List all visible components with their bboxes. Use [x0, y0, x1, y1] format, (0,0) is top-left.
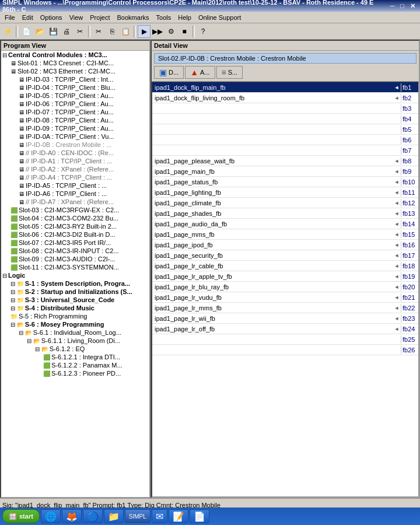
- tree-item[interactable]: ⊟ 📂 S-6.1.2 : EQ: [1, 345, 149, 353]
- tree-item[interactable]: 🟩 Slot-09 : C2I-MC3-AUDIO : C2I-...: [1, 255, 149, 263]
- toolbar-btn-stop[interactable]: ■: [178, 25, 191, 38]
- signal-row[interactable]: ipad1_page_lighting_fb◄fb11: [152, 187, 418, 198]
- signal-row[interactable]: ipad1_page_security_fb◄fb17: [152, 250, 418, 261]
- tree-item[interactable]: ⊟ 📂 S-6.1.1 : Living_Room (Di...: [1, 337, 149, 345]
- toolbar-btn-open[interactable]: 📂: [33, 25, 46, 38]
- tree-item[interactable]: 🖥 IP-ID-05 : TCP/IP_Client : Au...: [1, 92, 149, 100]
- tree-item[interactable]: ⊟ 📁 S-3 : Universal_Source_Code: [1, 296, 149, 304]
- tree-item[interactable]: 🖥 IP-ID-03 : TCP/IP_Client : Int...: [1, 75, 149, 83]
- toolbar-btn-run[interactable]: ⚙: [164, 25, 177, 38]
- signal-row[interactable]: fb6: [152, 135, 418, 145]
- tree-item[interactable]: 🟩 Slot-06 : C2I-MC3-DI2 Built-in D...: [1, 230, 149, 239]
- signal-row[interactable]: ipad1_page_lr_wii_fb◄fb23: [152, 313, 418, 324]
- tree-item[interactable]: 🟩 Slot-05 : C2I-MC3-RY2 Built-in 2...: [1, 222, 149, 230]
- taskbar-ff[interactable]: 🦊: [62, 509, 82, 523]
- start-button[interactable]: 🪟start: [2, 509, 40, 523]
- signal-row[interactable]: ipad1_page_main_fb◄fb9: [152, 166, 418, 177]
- tree-item[interactable]: ⊟ 📂 S-6.1 : Individual_Room_Log...: [1, 328, 149, 337]
- signal-row[interactable]: ipad1_dock_flip_living_room_fb◄fb2: [152, 93, 418, 103]
- taskbar-chrome[interactable]: 🔵: [83, 509, 103, 523]
- menu-item-help[interactable]: Help: [174, 13, 195, 22]
- toolbar-btn-copy[interactable]: ⎘: [106, 25, 118, 38]
- toolbar-btn-scissors[interactable]: ✂: [74, 25, 86, 38]
- signal-row[interactable]: ipad1_page_lr_cable_fb◄fb18: [152, 261, 418, 271]
- signal-row[interactable]: ipad1_page_please_wait_fb◄fb8: [152, 156, 418, 166]
- tree-item[interactable]: 🖥 IP-ID-08 : TCP/IP_Client : Au...: [1, 116, 149, 124]
- tree-item[interactable]: 🖥 // IP-ID-A2 : XPanel : (Refere...: [1, 165, 149, 173]
- taskbar-ie[interactable]: 🌐: [41, 509, 61, 523]
- tree-item[interactable]: 🖥 IP-ID-0A : TCP/IP_Client : Vu...: [1, 132, 149, 141]
- tree-item[interactable]: 🟩 Slot-08 : C2I-MC3-IR-INPUT : C2...: [1, 247, 149, 255]
- tree-item[interactable]: 🖥 IP-ID-09 : TCP/IP_Client : Au...: [1, 124, 149, 132]
- tree-item[interactable]: 🖥 IP-ID-0B : Crestron Mobile : ...: [1, 141, 149, 149]
- tree-item[interactable]: ⊟ 📂 S-6 : Mosey Programming: [1, 320, 149, 328]
- menu-item-file[interactable]: File: [1, 13, 19, 22]
- toolbar-btn-lightning[interactable]: ⚡: [1, 25, 14, 38]
- tree-item[interactable]: 🟩 S-6.1.2.2 : Panamax M...: [1, 361, 149, 369]
- tree-item[interactable]: 🖥 IP-ID-A5 : TCP/IP_Client : ...: [1, 181, 149, 190]
- signal-row[interactable]: ipad1_page_climate_fb◄fb12: [152, 198, 418, 208]
- minimize-btn[interactable]: ─: [388, 2, 397, 10]
- tree-item[interactable]: 🖥 // IP-ID-A4 : TCP/IP_Client : ...: [1, 173, 149, 181]
- menu-item-project[interactable]: Project: [86, 13, 113, 22]
- menu-item-bookmarks[interactable]: Bookmarks: [114, 13, 153, 22]
- taskbar-explorer[interactable]: 📁: [104, 509, 124, 523]
- toolbar-btn-compile[interactable]: ▶: [138, 25, 150, 38]
- tree-item[interactable]: 🖥 Slot-02 : MC3 Ethernet : C2I-MC...: [1, 67, 149, 75]
- toolbar-btn-compile2[interactable]: ▶▶: [151, 25, 164, 38]
- menu-item-view[interactable]: View: [66, 13, 87, 22]
- signal-list[interactable]: ipad1_dock_flip_main_fb◄fb1ipad1_dock_fl…: [152, 82, 419, 497]
- tree-item[interactable]: 🖥 // IP-ID-A7 : XPanel : (Refere...: [1, 198, 149, 206]
- tree-item[interactable]: 🟩 S-6.1.2.3 : Pioneer PD...: [1, 369, 149, 377]
- signal-row[interactable]: fb5: [152, 124, 418, 135]
- signal-row[interactable]: ipad1_page_shades_fb◄fb13: [152, 208, 418, 219]
- signal-row[interactable]: ipad1_page_audio_da_fb◄fb14: [152, 219, 418, 229]
- signal-row[interactable]: ipad1_page_lr_vudu_fb◄fb21: [152, 292, 418, 303]
- taskbar-email[interactable]: ✉: [152, 509, 167, 523]
- detail-tab-2[interactable]: ≡ S...: [216, 66, 243, 79]
- tree-item[interactable]: ⊟ 📁 S-1 : System Description, Progra...: [1, 279, 149, 288]
- toolbar-btn-paste[interactable]: 📋: [119, 25, 132, 38]
- menu-item-edit[interactable]: Edit: [19, 13, 37, 22]
- tree-item[interactable]: 🖥 // IP-ID-A1 : TCP/IP_Client : ...: [1, 157, 149, 165]
- signal-row[interactable]: ipad1_page_lr_mms_fb◄fb22: [152, 303, 418, 313]
- taskbar-acrobat[interactable]: 📄: [190, 509, 209, 523]
- taskbar-word[interactable]: 📝: [169, 509, 188, 523]
- detail-tab-0[interactable]: ▣ D...: [154, 66, 184, 79]
- tree-item[interactable]: 🖥 Slot-01 : MC3 Cresnet : C2I-MC...: [1, 59, 149, 67]
- close-btn[interactable]: ✕: [408, 2, 418, 10]
- signal-row[interactable]: ipad1_page_status_fb◄fb10: [152, 177, 418, 187]
- signal-row[interactable]: ipad1_page_lr_blu_ray_fb◄fb20: [152, 282, 418, 292]
- signal-row[interactable]: ipad1_page_mms_fb◄fb15: [152, 229, 418, 240]
- toolbar-btn-cut[interactable]: ✂: [92, 25, 105, 38]
- tree-item[interactable]: ⊟ Central Control Modules : MC3...: [1, 51, 149, 59]
- menu-item-online-support[interactable]: Online Support: [195, 13, 244, 22]
- tree-item[interactable]: 🟩 S-6.1.2.1 : Integra DTI...: [1, 353, 149, 361]
- tree-item[interactable]: 🖥 IP-ID-A6 : TCP/IP_Client : ...: [1, 190, 149, 198]
- signal-row[interactable]: ipad1_page_ipod_fb◄fb16: [152, 240, 418, 250]
- toolbar-btn-print[interactable]: 🖨: [60, 25, 73, 38]
- toolbar-btn-new[interactable]: 📄: [20, 25, 33, 38]
- detail-tab-1[interactable]: ▲ A...: [185, 66, 215, 79]
- signal-row[interactable]: ipad1_page_lr_off_fb◄fb24: [152, 324, 418, 334]
- taskbar-simpl[interactable]: SIMPL: [125, 509, 150, 523]
- program-tree[interactable]: ⊟ Central Control Modules : MC3...🖥 Slot…: [1, 51, 149, 497]
- signal-row[interactable]: fb25: [152, 334, 418, 345]
- tree-item[interactable]: ⊟ Logic: [1, 271, 149, 279]
- tree-item[interactable]: ⊟ 📁 S-4 : Distributed Music: [1, 304, 149, 312]
- tree-item[interactable]: 🟩 Slot-07 : C2I-MC3-IR5 Port IR/...: [1, 239, 149, 247]
- signal-row[interactable]: fb3: [152, 103, 418, 114]
- tree-item[interactable]: ⊟ 📁 S-2 : Startup and Initializations (S…: [1, 288, 149, 296]
- signal-row[interactable]: fb26: [152, 345, 418, 355]
- tree-item[interactable]: 🟩 Slot-03 : C2I-MC3RFGW-EX : C2...: [1, 206, 149, 214]
- menu-item-tools[interactable]: Tools: [153, 13, 175, 22]
- tree-item[interactable]: 📁 S-5 : Rich Programming: [1, 312, 149, 320]
- tree-item[interactable]: 🖥 IP-ID-04 : TCP/IP_Client : Blu...: [1, 83, 149, 92]
- tree-item[interactable]: 🖥 // IP-ID-A0 : CEN-IDOC : (Re...: [1, 149, 149, 157]
- toolbar-btn-help[interactable]: ?: [197, 25, 209, 38]
- signal-row[interactable]: fb7: [152, 145, 418, 156]
- tree-item[interactable]: 🟩 Slot-11 : C2I-MC3-SYSTEMMON...: [1, 263, 149, 271]
- signal-row[interactable]: ipad1_dock_flip_main_fb◄fb1: [152, 82, 418, 93]
- toolbar-btn-save[interactable]: 💾: [47, 25, 60, 38]
- signal-row[interactable]: ipad1_page_lr_apple_tv_fb◄fb19: [152, 271, 418, 282]
